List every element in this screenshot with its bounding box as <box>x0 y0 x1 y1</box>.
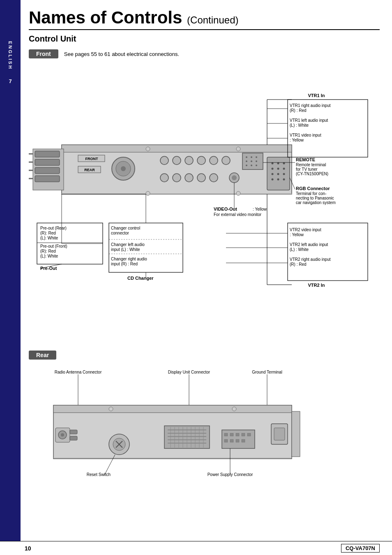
svg-rect-138 <box>70 430 77 434</box>
page-container: ENGLISH 7 Names of Controls (Continued) … <box>0 0 392 555</box>
svg-text:: Yellow: : Yellow <box>290 232 304 237</box>
svg-text:input (R) : Red: input (R) : Red <box>111 262 138 266</box>
page-title: Names of Controls (Continued) <box>29 8 380 27</box>
svg-text:Ground Terminal: Ground Terminal <box>252 370 282 374</box>
svg-point-23 <box>222 156 230 165</box>
svg-rect-165 <box>224 439 228 442</box>
svg-point-35 <box>256 160 257 162</box>
svg-rect-139 <box>70 436 77 440</box>
svg-text:Display Unit Connector: Display Unit Connector <box>168 370 210 374</box>
svg-rect-166 <box>230 439 233 442</box>
svg-point-51 <box>283 179 285 181</box>
svg-text:Remote terminal: Remote terminal <box>296 163 326 167</box>
svg-text:VTR1 right audio input: VTR1 right audio input <box>290 103 331 108</box>
svg-rect-164 <box>247 433 251 436</box>
svg-point-27 <box>197 174 205 182</box>
svg-text:Changer control: Changer control <box>111 226 140 230</box>
svg-text:FRONT: FRONT <box>85 157 98 161</box>
svg-point-38 <box>256 165 257 166</box>
svg-point-25 <box>173 174 181 182</box>
svg-point-43 <box>272 168 274 170</box>
model-number: CQ-VA707N <box>341 544 380 553</box>
svg-point-21 <box>197 156 205 165</box>
svg-point-45 <box>283 168 285 170</box>
title-text: Names of Controls <box>29 8 182 27</box>
svg-point-19 <box>173 156 181 165</box>
title-continued: (Continued) <box>187 14 238 26</box>
svg-point-53 <box>232 175 237 180</box>
svg-point-131 <box>109 407 113 411</box>
svg-point-46 <box>272 173 274 175</box>
svg-point-56 <box>146 191 150 195</box>
svg-point-17 <box>121 166 126 171</box>
svg-text:Pre-out (Front): Pre-out (Front) <box>40 244 67 248</box>
front-badge-row: Front See pages 55 to 61 about electrica… <box>29 49 380 58</box>
sidebar: ENGLISH 7 <box>0 0 21 555</box>
svg-point-137 <box>61 433 64 437</box>
svg-text:CD Changer: CD Changer <box>127 276 154 281</box>
svg-rect-161 <box>230 433 233 436</box>
svg-point-28 <box>210 174 218 182</box>
svg-point-24 <box>160 174 168 182</box>
rear-badge: Rear <box>29 351 56 360</box>
svg-point-54 <box>146 147 150 151</box>
sidebar-number: 7 <box>9 78 12 84</box>
svg-point-34 <box>251 160 252 162</box>
svg-point-18 <box>160 156 168 165</box>
svg-text:(R) : Red: (R) : Red <box>290 108 307 113</box>
front-description: See pages 55 to 61 about electrical conn… <box>64 51 179 57</box>
svg-text:RGB Connector: RGB Connector <box>296 186 330 191</box>
title-divider <box>29 29 380 30</box>
svg-rect-5 <box>35 167 60 174</box>
svg-point-49 <box>272 179 274 181</box>
svg-rect-29 <box>242 153 263 170</box>
svg-rect-162 <box>236 433 239 436</box>
svg-point-47 <box>277 173 279 175</box>
svg-text:(R): Red: (R): Red <box>40 249 56 253</box>
rear-section: Rear Radio Antenna Connector Display Uni… <box>29 351 380 498</box>
svg-text:(CY-TN1500PEN): (CY-TN1500PEN) <box>296 172 328 176</box>
svg-point-132 <box>232 407 236 411</box>
svg-text:Radio Antenna Connector: Radio Antenna Connector <box>55 370 102 374</box>
svg-text:VTR2 right audio input: VTR2 right audio input <box>290 257 331 262</box>
svg-text:Changer right audio: Changer right audio <box>111 257 147 261</box>
svg-text:VIDEO-Out: VIDEO-Out <box>214 207 237 211</box>
svg-rect-163 <box>242 433 245 436</box>
svg-text:car navigation system: car navigation system <box>296 200 336 205</box>
svg-point-50 <box>277 179 279 181</box>
section-heading: Control Unit <box>29 34 380 44</box>
svg-text:connector: connector <box>111 231 129 235</box>
svg-point-22 <box>210 156 218 165</box>
svg-text:input (L) : White: input (L) : White <box>111 247 140 252</box>
svg-rect-159 <box>222 430 255 448</box>
svg-rect-160 <box>224 433 228 436</box>
svg-text:(L):  White: (L): White <box>40 236 58 240</box>
svg-text:: Yellow: : Yellow <box>290 138 304 142</box>
svg-text:Terminal for con-: Terminal for con- <box>296 191 326 196</box>
svg-text:VTR1 In: VTR1 In <box>308 93 325 98</box>
svg-point-26 <box>185 174 193 182</box>
svg-rect-168 <box>242 439 245 442</box>
svg-point-20 <box>185 156 193 165</box>
svg-text:For external video monitor: For external video monitor <box>214 212 262 217</box>
svg-point-57 <box>236 191 240 195</box>
svg-text:REAR: REAR <box>84 168 95 172</box>
front-diagram: FRONT REAR <box>29 63 380 342</box>
page-number: 10 <box>25 545 31 552</box>
svg-text:(L) : White: (L) : White <box>290 123 309 128</box>
svg-text:for TV tuner: for TV tuner <box>296 167 318 172</box>
svg-rect-171 <box>292 411 300 457</box>
svg-point-48 <box>283 173 285 175</box>
sidebar-english: ENGLISH <box>8 41 13 70</box>
svg-rect-6 <box>35 176 60 182</box>
svg-text:VTR1 video input: VTR1 video input <box>290 133 321 137</box>
svg-point-30 <box>246 156 247 158</box>
svg-text:necting to Panasonic: necting to Panasonic <box>296 196 334 200</box>
svg-rect-4 <box>35 159 60 165</box>
svg-text:: Yellow: : Yellow <box>253 207 267 211</box>
svg-text:(L) : White: (L) : White <box>290 247 309 252</box>
svg-rect-0 <box>62 145 292 152</box>
svg-text:VTR2 video input: VTR2 video input <box>290 228 321 232</box>
front-badge: Front <box>29 49 58 58</box>
svg-text:VTR2 left audio input: VTR2 left audio input <box>290 242 328 247</box>
